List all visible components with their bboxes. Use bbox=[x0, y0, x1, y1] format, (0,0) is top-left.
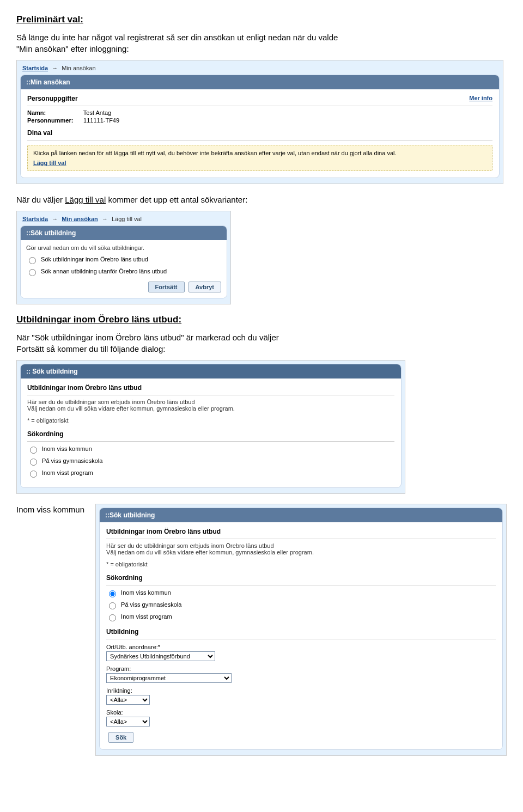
breadcrumb-startsida[interactable]: Startsida bbox=[22, 216, 48, 222]
screenshot-sok-utbildning-form: ::Sök utbildning Utbildningar inom Örebr… bbox=[95, 504, 507, 756]
radio-orebro-input[interactable] bbox=[29, 257, 36, 264]
breadcrumb: Startsida → Min ansökan bbox=[20, 64, 500, 75]
radio-kommun[interactable]: Inom viss kommun bbox=[27, 445, 394, 454]
panel-min-ansokan: ::Min ansökan Personuppgifter Mer info N… bbox=[20, 75, 500, 178]
kv-namn: Namn: Test Antag bbox=[27, 109, 492, 116]
fortsatt-button[interactable]: Fortsätt bbox=[148, 282, 185, 292]
radio-orebro-label: Sök utbildningar inom Örebro läns utbud bbox=[41, 256, 148, 262]
text-utb-post: så kommer du till följande dialog: bbox=[44, 344, 166, 353]
bottom-row: Inom viss kommun ::Sök utbildning Utbild… bbox=[16, 504, 507, 756]
radio-kommun-input[interactable] bbox=[109, 590, 116, 597]
radio-program[interactable]: Inom visst program bbox=[27, 469, 394, 478]
section-title: Utbildningar inom Örebro läns utbud bbox=[27, 384, 394, 392]
panel-header: ::Sök utbildning bbox=[100, 508, 502, 522]
panel-body: Utbildningar inom Örebro läns utbud Här … bbox=[21, 378, 401, 487]
panel-header: ::Min ansökan bbox=[21, 75, 499, 89]
intro-paragraph: Så länge du inte har något val registrer… bbox=[16, 32, 507, 54]
obligatoriskt-note: * = obligatoriskt bbox=[106, 561, 496, 567]
link-lagg-till-val[interactable]: Lägg till val bbox=[33, 160, 66, 166]
panel-body: Personuppgifter Mer info Namn: Test Anta… bbox=[21, 89, 499, 178]
desc-line-1: Här ser du de utbildningar som erbjuds i… bbox=[27, 399, 394, 405]
link-mer-info[interactable]: Mer info bbox=[469, 95, 492, 101]
breadcrumb-separator: → bbox=[50, 65, 60, 71]
label-ort: Ort/Utb. anordnare:* bbox=[106, 644, 496, 650]
radio-kommun-input[interactable] bbox=[30, 447, 37, 454]
kv-personnummer: Personnummer: 111111-TF49 bbox=[27, 117, 492, 124]
radio-orebro[interactable]: Sök utbildningar inom Örebro läns utbud bbox=[26, 255, 221, 264]
section-sokordning: Sökordning bbox=[27, 430, 394, 438]
paragraph-utb: När "Sök utbildningar inom Örebro läns u… bbox=[16, 332, 507, 355]
radio-gymnasieskola-label: På viss gymnasieskola bbox=[42, 457, 102, 464]
radio-gymnasieskola-input[interactable] bbox=[30, 459, 37, 466]
panel-sok-utbildning: ::Sök utbildning Gör urval nedan om du v… bbox=[20, 225, 227, 298]
value-namn: Test Antag bbox=[83, 109, 111, 116]
panel-sok-utbildning: ::Sök utbildning Utbildningar inom Örebr… bbox=[99, 508, 503, 750]
panel-header: :: Sök utbildning bbox=[21, 364, 401, 378]
text-lagg-till-val: Lägg till val bbox=[65, 195, 106, 204]
text-utb-pre: När "Sök utbildningar inom Örebro läns u… bbox=[16, 333, 279, 342]
select-skola[interactable]: <Alla> bbox=[106, 717, 150, 726]
radio-utanfor-label: Sök annan utbildning utanför Örebro läns… bbox=[41, 268, 167, 274]
obligatoriskt-note: * = obligatoriskt bbox=[27, 417, 394, 424]
radio-utanfor-input[interactable] bbox=[29, 269, 36, 276]
intro-text-a: Så länge du inte har något val registrer… bbox=[16, 33, 338, 42]
radio-program-label: Inom visst program bbox=[121, 613, 172, 620]
paragraph-nar-du-valjer: När du väljer Lägg till val kommer det u… bbox=[16, 194, 507, 205]
label-skola: Skola: bbox=[106, 709, 496, 716]
screenshot-sok-utbildning-choice: Startsida → Min ansökan → Lägg till val … bbox=[16, 211, 231, 304]
sok-button[interactable]: Sök bbox=[108, 732, 133, 743]
radio-gymnasieskola-input[interactable] bbox=[109, 602, 116, 609]
text-post: kommer det upp ett antal sökvarianter: bbox=[106, 195, 247, 204]
button-row: Fortsätt Avbryt bbox=[26, 282, 221, 292]
radio-program[interactable]: Inom visst program bbox=[106, 613, 496, 621]
breadcrumb-current: Lägg till val bbox=[112, 216, 142, 222]
intro-text-b: "Min ansökan" efter inloggning: bbox=[16, 44, 129, 53]
field-skola: Skola: <Alla> bbox=[106, 709, 496, 726]
section-utbildning: Utbildning bbox=[106, 628, 496, 636]
section-dina-val: Dina val bbox=[27, 129, 492, 137]
field-inriktning: Inriktning: <Alla> bbox=[106, 687, 496, 705]
radio-program-input[interactable] bbox=[109, 614, 116, 621]
label-program: Program: bbox=[106, 666, 496, 672]
heading-utbildningar-orebro: Utbildningar inom Örebro läns utbud: bbox=[16, 314, 507, 325]
select-ort[interactable]: Sydnärkes Utbildningsförbund bbox=[106, 651, 215, 661]
breadcrumb-startsida[interactable]: Startsida bbox=[22, 65, 48, 71]
info-box-text: Klicka på länken nedan för att lägga til… bbox=[33, 150, 486, 156]
desc-line-1: Här ser du de utbildningar som erbjuds i… bbox=[106, 542, 496, 549]
desc-line-2: Välj nedan om du vill söka vidare efter … bbox=[106, 549, 496, 555]
panel-header: ::Sök utbildning bbox=[21, 226, 227, 240]
breadcrumb-separator: → bbox=[50, 216, 60, 222]
text-pre: När du väljer bbox=[16, 195, 65, 204]
section-sokordning: Sökordning bbox=[106, 574, 496, 582]
label-namn: Namn: bbox=[27, 109, 82, 116]
desc-line-2: Välj nedan om du vill söka vidare efter … bbox=[27, 405, 394, 412]
breadcrumb: Startsida → Min ansökan → Lägg till val bbox=[20, 215, 227, 225]
radio-program-label: Inom visst program bbox=[42, 469, 93, 476]
radio-gymnasieskola[interactable]: På viss gymnasieskola bbox=[27, 457, 394, 466]
screenshot-sokordning: :: Sök utbildning Utbildningar inom Öreb… bbox=[16, 360, 405, 494]
breadcrumb-current: Min ansökan bbox=[62, 65, 95, 71]
section-title: Utbildningar inom Örebro läns utbud bbox=[106, 528, 496, 535]
panel-body: Utbildningar inom Örebro läns utbud Här … bbox=[100, 522, 502, 749]
value-personnummer: 111111-TF49 bbox=[83, 117, 119, 124]
select-inriktning[interactable]: <Alla> bbox=[106, 695, 150, 705]
radio-kommun[interactable]: Inom viss kommun bbox=[106, 589, 496, 597]
panel-sok-utbildning: :: Sök utbildning Utbildningar inom Öreb… bbox=[20, 364, 402, 488]
radio-utanfor[interactable]: Sök annan utbildning utanför Örebro läns… bbox=[26, 267, 221, 276]
avbryt-button[interactable]: Avbryt bbox=[188, 282, 221, 292]
label-inom-viss-kommun: Inom viss kommun bbox=[16, 504, 84, 514]
radio-gymnasieskola[interactable]: På viss gymnasieskola bbox=[106, 601, 496, 609]
breadcrumb-separator: → bbox=[100, 216, 110, 222]
intro-text: Gör urval nedan om du vill söka utbildni… bbox=[26, 245, 221, 251]
breadcrumb-min-ansokan[interactable]: Min ansökan bbox=[62, 216, 98, 222]
radio-gymnasieskola-label: På viss gymnasieskola bbox=[121, 601, 181, 608]
screenshot-min-ansokan: Startsida → Min ansökan ::Min ansökan Pe… bbox=[16, 60, 503, 184]
select-program[interactable]: Ekonomiprogrammet bbox=[106, 673, 232, 683]
radio-program-input[interactable] bbox=[30, 471, 37, 478]
text-fortsatt: Fortsätt bbox=[16, 344, 44, 353]
section-personuppgifter: Personuppgifter bbox=[27, 95, 78, 102]
panel-body: Gör urval nedan om du vill söka utbildni… bbox=[21, 240, 227, 298]
info-box-lagg-till-val: Klicka på länken nedan för att lägga til… bbox=[27, 145, 492, 171]
label-inriktning: Inriktning: bbox=[106, 687, 496, 694]
field-program: Program: Ekonomiprogrammet bbox=[106, 666, 496, 683]
